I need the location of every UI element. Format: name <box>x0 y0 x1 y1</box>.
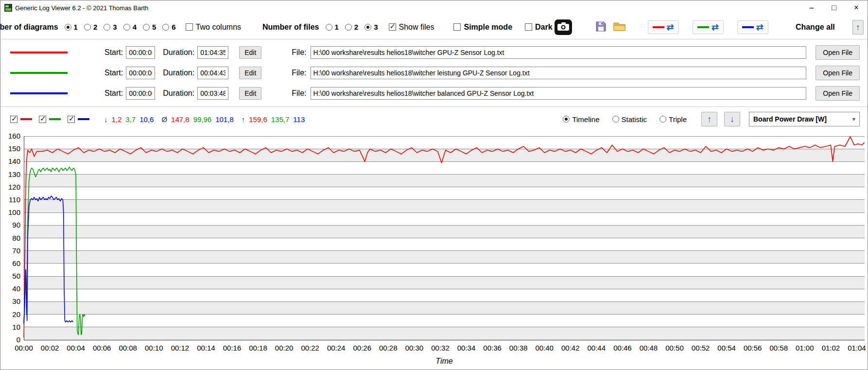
diagrams-radio-4[interactable]: 4 <box>123 23 137 31</box>
svg-text:00:54: 00:54 <box>717 344 736 352</box>
edit-button[interactable]: Edit <box>239 67 261 79</box>
open-file-button[interactable]: Open File <box>816 45 860 60</box>
svg-text:110: 110 <box>9 195 20 204</box>
edit-button[interactable]: Edit <box>239 46 261 59</box>
duration-input[interactable] <box>197 87 228 100</box>
diagrams-radio-3[interactable]: 3 <box>104 23 117 31</box>
files-radio-1[interactable]: 1 <box>326 23 339 31</box>
avg-value-green: 99,96 <box>193 115 212 123</box>
sync-icon: ⇄ <box>712 23 719 32</box>
radio-icon <box>563 116 570 123</box>
metric-dropdown[interactable]: Board Power Draw [W] ▾ <box>749 112 860 126</box>
svg-text:00:46: 00:46 <box>613 344 632 352</box>
edit-button[interactable]: Edit <box>239 87 261 100</box>
svg-text:40: 40 <box>12 284 20 293</box>
start-time-input[interactable] <box>126 46 155 59</box>
simple-mode-checkbox[interactable]: Simple mode <box>453 23 512 32</box>
radio-icon <box>612 116 619 123</box>
dark-mode-checkbox[interactable]: Dark <box>525 23 553 32</box>
svg-text:140: 140 <box>8 157 20 165</box>
file-path-input[interactable] <box>311 67 806 79</box>
checkbox-label: Dark <box>535 23 553 32</box>
view-radio-timeline[interactable]: Timeline <box>563 115 599 123</box>
series-2-color-line <box>10 72 68 74</box>
svg-text:00:30: 00:30 <box>405 344 424 352</box>
open-folder-button[interactable] <box>612 20 626 34</box>
diagrams-radio-5[interactable]: 5 <box>143 23 156 31</box>
minimize-button[interactable]: – <box>800 0 823 15</box>
start-label: Start: <box>104 48 123 57</box>
series-3-toggle[interactable] <box>68 116 89 123</box>
svg-text:01:04: 01:04 <box>848 344 866 352</box>
number-of-diagrams-label: Number of diagrams <box>0 23 58 32</box>
files-radio-2[interactable]: 2 <box>345 23 358 31</box>
metric-up-button[interactable]: ↑ <box>701 112 717 126</box>
svg-text:00:14: 00:14 <box>197 344 215 352</box>
radio-label: 2 <box>354 23 358 31</box>
floppy-disk-icon <box>595 21 607 34</box>
series-1-color-dash <box>20 118 32 120</box>
duration-input[interactable] <box>197 46 228 59</box>
camera-icon <box>557 22 569 32</box>
svg-text:00:16: 00:16 <box>223 344 242 352</box>
svg-text:00:48: 00:48 <box>640 344 658 352</box>
view-radio-triple[interactable]: Triple <box>660 115 687 123</box>
reload-file-1-button[interactable]: ⇄ <box>648 20 679 34</box>
svg-text:70: 70 <box>12 247 20 255</box>
files-radio-3[interactable]: 3 <box>365 23 378 31</box>
reload-file-2-button[interactable]: ⇄ <box>693 20 724 34</box>
checkbox-icon <box>525 23 532 31</box>
open-file-button[interactable]: Open File <box>816 86 860 101</box>
reload-file-3-button[interactable]: ⇄ <box>737 20 768 34</box>
diagrams-radio-6[interactable]: 6 <box>162 23 175 31</box>
file-label: File: <box>292 48 306 57</box>
max-stats: ↑ 159,6 135,7 113 <box>242 115 305 123</box>
diagrams-radio-1[interactable]: 1 <box>65 23 78 31</box>
avg-value-blue: 101,8 <box>215 115 234 123</box>
svg-text:60: 60 <box>12 259 20 267</box>
show-files-checkbox[interactable]: Show files <box>389 23 434 32</box>
series-3-color-dash <box>78 118 89 120</box>
open-file-button[interactable]: Open File <box>816 66 860 80</box>
series-2-color-dash <box>49 118 61 120</box>
save-button[interactable] <box>594 20 608 35</box>
series-1-toggle[interactable] <box>10 116 32 123</box>
svg-text:00:24: 00:24 <box>327 344 346 352</box>
file-path-input[interactable] <box>311 46 806 59</box>
svg-text:00:56: 00:56 <box>744 344 762 352</box>
change-all-up-button[interactable]: ↑ <box>852 20 864 35</box>
window-title: Generic Log Viewer 6.2 - © 2021 Thomas B… <box>15 4 148 12</box>
metric-down-button[interactable]: ↓ <box>724 112 740 126</box>
file-path-input[interactable] <box>311 87 806 100</box>
duration-label: Duration: <box>163 48 194 57</box>
avg-stats: Ø 147,8 99,96 101,8 <box>161 115 233 123</box>
chevron-down-icon: ▾ <box>852 116 855 123</box>
down-arrow-icon: ↓ <box>730 115 734 123</box>
two-columns-checkbox[interactable]: Two columns <box>186 23 241 32</box>
series-3-color-dash <box>742 26 754 28</box>
diagrams-radio-2[interactable]: 2 <box>84 23 97 31</box>
series-2-toggle[interactable] <box>39 116 61 123</box>
svg-text:00:08: 00:08 <box>119 344 137 352</box>
view-radio-statistic[interactable]: Statistic <box>612 115 647 123</box>
radio-icon <box>123 24 130 31</box>
start-time-input[interactable] <box>126 87 155 100</box>
duration-input[interactable] <box>197 67 228 79</box>
radio-label: Statistic <box>622 115 647 123</box>
checkbox-icon <box>39 116 46 123</box>
svg-text:00:42: 00:42 <box>561 344 580 352</box>
start-time-input[interactable] <box>126 67 155 79</box>
svg-text:00:58: 00:58 <box>770 344 788 352</box>
svg-text:00:50: 00:50 <box>665 344 684 352</box>
screenshot-button[interactable] <box>555 19 572 35</box>
svg-text:00:36: 00:36 <box>483 344 502 352</box>
svg-text:01:02: 01:02 <box>822 344 840 352</box>
series-1-color-dash <box>653 26 664 28</box>
svg-text:10: 10 <box>12 323 20 331</box>
window-controls: – □ × <box>800 0 868 15</box>
maximize-button[interactable]: □ <box>823 0 845 15</box>
min-value-blue: 10,6 <box>139 115 154 123</box>
checkbox-label: Show files <box>399 23 434 32</box>
max-value-green: 135,7 <box>271 115 290 123</box>
close-button[interactable]: × <box>845 0 868 15</box>
